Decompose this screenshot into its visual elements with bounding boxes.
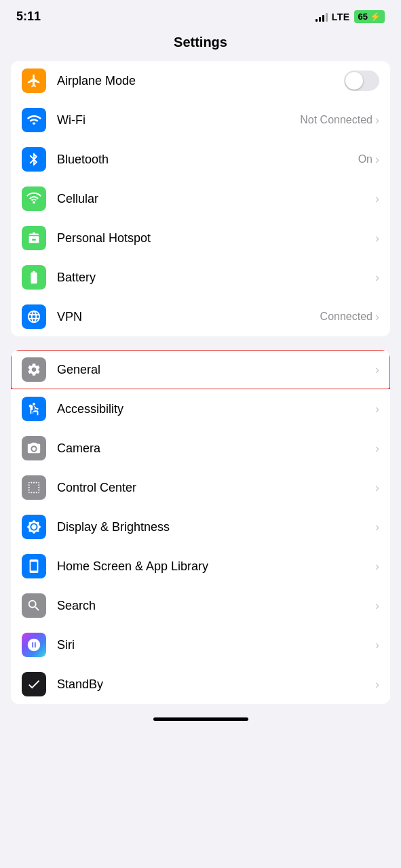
camera-right: ›: [375, 441, 379, 456]
vpn-right: Connected ›: [320, 310, 379, 324]
personal-hotspot-icon: [22, 226, 46, 250]
cellular-chevron-icon: ›: [375, 192, 379, 206]
search-icon: [22, 593, 46, 618]
home-indicator: [153, 717, 248, 721]
siri-icon: [22, 633, 46, 657]
settings-row-battery[interactable]: Battery ›: [11, 258, 390, 297]
battery-percent: 65: [358, 12, 368, 22]
home-screen-right: ›: [375, 559, 379, 574]
display-brightness-icon: [22, 515, 46, 539]
settings-row-general[interactable]: General ›: [11, 350, 390, 389]
standby-label: StandBy: [57, 677, 375, 692]
standby-icon: [22, 672, 46, 696]
cellular-label: Cellular: [57, 192, 375, 206]
search-label: Search: [57, 599, 375, 613]
vpn-icon: [22, 304, 46, 329]
bluetooth-right: On ›: [358, 153, 379, 167]
wifi-label: Wi-Fi: [57, 113, 300, 127]
settings-row-standby[interactable]: StandBy ›: [11, 665, 390, 704]
settings-row-cellular[interactable]: Cellular ›: [11, 179, 390, 218]
bluetooth-chevron-icon: ›: [375, 153, 379, 167]
personal-hotspot-chevron-icon: ›: [375, 231, 379, 245]
battery-chevron-icon: ›: [375, 271, 379, 285]
standby-right: ›: [375, 677, 379, 692]
settings-row-bluetooth[interactable]: Bluetooth On ›: [11, 140, 390, 179]
wifi-icon: [22, 108, 46, 132]
airplane-mode-icon: [22, 68, 46, 93]
settings-row-airplane-mode[interactable]: Airplane Mode: [11, 61, 390, 100]
settings-row-home-screen[interactable]: Home Screen & App Library ›: [11, 547, 390, 586]
camera-icon: [22, 436, 46, 460]
wifi-status: Not Connected: [300, 114, 373, 126]
airplane-mode-toggle-knob: [345, 72, 363, 90]
camera-chevron-icon: ›: [375, 441, 379, 456]
status-right: LTE 65 ⚡: [316, 10, 385, 23]
accessibility-right: ›: [375, 402, 379, 416]
general-label: General: [57, 363, 375, 377]
personal-hotspot-label: Personal Hotspot: [57, 231, 375, 245]
settings-row-wifi[interactable]: Wi-Fi Not Connected ›: [11, 100, 390, 140]
control-center-label: Control Center: [57, 481, 375, 495]
airplane-mode-toggle[interactable]: [344, 71, 379, 91]
battery-icon: [22, 265, 46, 290]
accessibility-chevron-icon: ›: [375, 402, 379, 416]
control-center-icon: [22, 475, 46, 500]
vpn-label: VPN: [57, 310, 320, 324]
vpn-chevron-icon: ›: [375, 310, 379, 324]
signal-bar-4: [326, 13, 328, 22]
general-chevron-icon: ›: [375, 363, 379, 377]
settings-row-personal-hotspot[interactable]: Personal Hotspot ›: [11, 218, 390, 258]
general-right: ›: [375, 363, 379, 377]
accessibility-label: Accessibility: [57, 402, 375, 416]
home-screen-icon: [22, 554, 46, 578]
signal-bar-3: [322, 15, 324, 22]
lte-label: LTE: [332, 12, 350, 22]
bluetooth-icon: [22, 147, 46, 172]
battery-bolt-icon: ⚡: [370, 12, 381, 22]
personal-hotspot-right: ›: [375, 231, 379, 245]
siri-label: Siri: [57, 638, 375, 652]
settings-row-vpn[interactable]: VPN Connected ›: [11, 297, 390, 336]
battery-indicator: 65 ⚡: [354, 10, 385, 23]
signal-bars: [316, 12, 328, 22]
wifi-chevron-icon: ›: [375, 113, 379, 127]
battery-right: ›: [375, 271, 379, 285]
home-screen-label: Home Screen & App Library: [57, 559, 375, 574]
search-chevron-icon: ›: [375, 599, 379, 613]
bluetooth-status: On: [358, 153, 373, 165]
settings-row-search[interactable]: Search ›: [11, 586, 390, 625]
home-screen-chevron-icon: ›: [375, 559, 379, 574]
svg-point-0: [33, 403, 35, 406]
control-center-right: ›: [375, 481, 379, 495]
display-brightness-label: Display & Brightness: [57, 520, 375, 534]
bluetooth-label: Bluetooth: [57, 153, 358, 167]
signal-bar-2: [319, 17, 321, 22]
cellular-icon: [22, 186, 46, 211]
settings-row-camera[interactable]: Camera ›: [11, 429, 390, 468]
camera-label: Camera: [57, 441, 375, 456]
settings-row-display-brightness[interactable]: Display & Brightness ›: [11, 507, 390, 547]
search-right: ›: [375, 599, 379, 613]
settings-row-siri[interactable]: Siri ›: [11, 625, 390, 665]
signal-bar-1: [316, 19, 318, 22]
settings-group-connectivity: Airplane Mode Wi-Fi Not Connected › Blue…: [11, 61, 390, 336]
settings-group-system: General › Accessibility › Camera › Contr…: [11, 350, 390, 704]
siri-chevron-icon: ›: [375, 638, 379, 652]
display-brightness-right: ›: [375, 520, 379, 534]
battery-label: Battery: [57, 271, 375, 285]
status-time: 5:11: [16, 9, 41, 24]
control-center-chevron-icon: ›: [375, 481, 379, 495]
airplane-mode-label: Airplane Mode: [57, 74, 344, 88]
display-brightness-chevron-icon: ›: [375, 520, 379, 534]
wifi-right: Not Connected ›: [300, 113, 379, 127]
general-icon: [22, 357, 46, 382]
settings-row-control-center[interactable]: Control Center ›: [11, 468, 390, 507]
status-bar: 5:11 LTE 65 ⚡: [0, 0, 401, 29]
cellular-right: ›: [375, 192, 379, 206]
siri-right: ›: [375, 638, 379, 652]
page-title: Settings: [0, 29, 401, 61]
vpn-status: Connected: [320, 311, 373, 323]
settings-row-accessibility[interactable]: Accessibility ›: [11, 389, 390, 429]
accessibility-icon: [22, 397, 46, 421]
standby-chevron-icon: ›: [375, 677, 379, 692]
